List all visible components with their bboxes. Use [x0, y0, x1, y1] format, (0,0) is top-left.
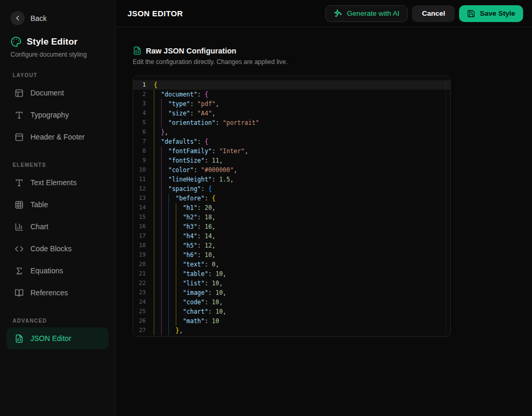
line-number: 5 — [133, 118, 146, 127]
sidebar-item-text-elements[interactable]: Text Elements — [6, 172, 109, 194]
indent-guide — [176, 279, 176, 288]
indent-guide — [154, 127, 154, 137]
code-line[interactable]: 21 "table": 10, — [133, 269, 450, 279]
code-line-content: "code": 10, — [148, 297, 450, 307]
indent-guide — [176, 307, 176, 316]
sidebar-item-header-footer[interactable]: Header & Footer — [6, 126, 109, 148]
indent-guide — [168, 279, 169, 288]
code-line-content: "chart": 10, — [148, 307, 450, 316]
sidebar-item-typography[interactable]: Typography — [6, 104, 109, 126]
indent-guide — [168, 212, 169, 222]
sidebar-item-document[interactable]: Document — [6, 82, 109, 104]
code-line[interactable]: 15 "h2": 18, — [133, 212, 450, 222]
line-number: 16 — [133, 222, 146, 231]
indent-guide — [161, 231, 162, 241]
sigma-icon — [15, 266, 24, 275]
indent-guide — [168, 222, 169, 231]
code-line[interactable]: 14 "h1": 20, — [133, 203, 450, 212]
code-line[interactable]: 1{ — [133, 80, 450, 90]
code-line[interactable]: 25 "chart": 10, — [133, 307, 450, 316]
code-line[interactable]: 12 "spacing": { — [133, 184, 450, 194]
code-line-content: "spacing": { — [148, 184, 450, 194]
code-line[interactable]: 8 "fontFamily": "Inter", — [133, 146, 450, 156]
line-number: 6 — [133, 127, 146, 137]
indent-guide — [161, 118, 162, 127]
code-line[interactable]: 6 }, — [133, 127, 450, 137]
sidebar-item-table[interactable]: Table — [6, 194, 109, 216]
code-line[interactable]: 9 "fontSize": 11, — [133, 156, 450, 165]
indent-guide — [154, 175, 154, 184]
sidebar-item-chart[interactable]: Chart — [6, 216, 109, 238]
indent-guide — [168, 231, 169, 241]
sidebar-item-label: Equations — [30, 266, 63, 275]
code-line[interactable]: 19 "h6": 10, — [133, 250, 450, 260]
palette-icon — [10, 36, 22, 47]
line-number: 27 — [133, 326, 146, 335]
indent-guide — [154, 184, 154, 194]
code-line[interactable]: 17 "h4": 14, — [133, 231, 450, 241]
indent-guide — [176, 250, 176, 260]
indent-guide — [154, 260, 154, 269]
indent-guide — [154, 222, 154, 231]
code-line-content: "document": { — [148, 90, 450, 99]
generate-with-ai-button[interactable]: Generate with AI — [325, 5, 408, 22]
code-line[interactable]: 3 "type": "pdf", — [133, 99, 450, 109]
code-line[interactable]: 2 "document": { — [133, 90, 450, 99]
code-line[interactable]: 26 "math": 10 — [133, 316, 450, 326]
code-line[interactable]: 18 "h5": 12, — [133, 241, 450, 250]
sidebar-subtitle: Configure document styling — [10, 51, 109, 58]
sidebar-item-json-editor[interactable]: JSON Editor — [6, 327, 109, 349]
indent-guide — [161, 194, 162, 203]
table-icon — [15, 200, 24, 209]
line-number: 24 — [133, 297, 146, 307]
indent-guide — [161, 307, 162, 316]
sidebar-item-equations[interactable]: Equations — [6, 260, 109, 282]
sidebar-item-references[interactable]: References — [6, 282, 109, 304]
code-line[interactable]: 24 "code": 10, — [133, 297, 450, 307]
code-line[interactable]: 13 "before": { — [133, 194, 450, 203]
indent-guide — [161, 165, 162, 175]
line-number: 4 — [133, 109, 146, 118]
indent-guide — [168, 316, 169, 326]
indent-guide — [154, 279, 154, 288]
code-line[interactable]: 10 "color": "#000000", — [133, 165, 450, 175]
code-line[interactable]: 5 "orientation": "portrait" — [133, 118, 450, 127]
cancel-button[interactable]: Cancel — [412, 5, 455, 22]
code-line-content: "fontFamily": "Inter", — [148, 146, 450, 156]
indent-guide — [161, 279, 162, 288]
back-button[interactable]: Back — [10, 11, 109, 25]
code-line[interactable]: 27 }, — [133, 326, 450, 335]
save-style-button[interactable]: Save Style — [459, 5, 523, 22]
code-line[interactable]: 22 "list": 10, — [133, 279, 450, 288]
indent-guide — [176, 241, 176, 250]
indent-guide — [176, 316, 176, 326]
code-line[interactable]: 7 "defaults": { — [133, 137, 450, 146]
code-line[interactable]: 20 "text": 0, — [133, 260, 450, 269]
code-line[interactable]: 11 "lineHeight": 1.5, — [133, 175, 450, 184]
indent-guide — [168, 288, 169, 297]
editor-scrollbar[interactable] — [445, 76, 450, 336]
indent-guide — [154, 146, 154, 156]
sidebar-item-label: Text Elements — [30, 178, 77, 187]
section-heading: Raw JSON Configuration — [146, 47, 236, 55]
indent-guide — [176, 288, 176, 297]
code-line-content: { — [148, 80, 450, 90]
indent-guide — [154, 156, 154, 165]
indent-guide — [154, 269, 154, 279]
sidebar-section-label: ADVANCED — [13, 318, 109, 324]
indent-guide — [154, 297, 154, 307]
code-line[interactable]: 23 "image": 10, — [133, 288, 450, 297]
panels-top-left-icon — [15, 89, 24, 98]
sidebar-section-label: LAYOUT — [13, 72, 109, 78]
indent-guide — [176, 212, 176, 222]
line-number: 13 — [133, 194, 146, 203]
sidebar-item-code-blocks[interactable]: Code Blocks — [6, 238, 109, 260]
indent-guide — [161, 326, 162, 335]
code-line[interactable]: 16 "h3": 16, — [133, 222, 450, 231]
sidebar-item-label: References — [30, 289, 68, 297]
code-line[interactable]: 4 "size": "A4", — [133, 109, 450, 118]
indent-guide — [154, 231, 154, 241]
code-line-content: "text": 0, — [148, 260, 450, 269]
code-line-content: "h5": 12, — [148, 241, 450, 250]
json-code-editor[interactable]: 1{2 "document": {3 "type": "pdf",4 "size… — [133, 76, 451, 337]
